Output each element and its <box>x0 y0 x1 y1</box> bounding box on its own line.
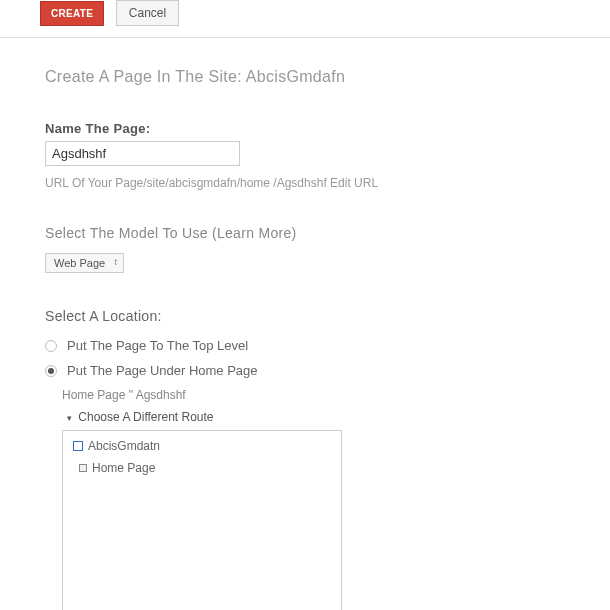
model-select[interactable]: Web Page <box>45 253 124 273</box>
radio-top-level[interactable] <box>45 340 57 352</box>
url-preview: URL Of Your Page/site/abcisgmdafn/home /… <box>45 176 570 190</box>
page-title: Create A Page In The Site: AbcisGmdafn <box>45 68 570 86</box>
name-label: Name The Page: <box>45 121 570 136</box>
edit-url-link[interactable]: Edit URL <box>330 176 378 190</box>
cancel-button[interactable]: Cancel <box>116 0 179 26</box>
url-prefix: URL Of Your Page/site/abcisgmdafn/home / <box>45 176 277 190</box>
model-label: Select The Model To Use (Learn More) <box>45 225 570 241</box>
radio-under-home[interactable] <box>45 365 57 377</box>
url-slug: Agsdhshf <box>277 176 327 190</box>
page-name-input[interactable] <box>45 141 240 166</box>
tree-site-node[interactable]: AbcisGmdatn <box>69 439 335 453</box>
radio-under-home-label: Put The Page Under Home Page <box>67 363 258 378</box>
tree-page-node[interactable]: Home Page <box>79 461 335 475</box>
tree-page-label: Home Page <box>92 461 155 475</box>
model-selected-value: Web Page <box>54 257 105 269</box>
choose-route-toggle[interactable]: Choose A Different Route <box>67 410 570 424</box>
location-tree: AbcisGmdatn Home Page <box>62 430 342 610</box>
radio-top-level-label: Put The Page To The Top Level <box>67 338 248 353</box>
tree-site-label: AbcisGmdatn <box>88 439 160 453</box>
page-icon <box>79 464 87 472</box>
location-label: Select A Location: <box>45 308 570 324</box>
breadcrumb: Home Page " Agsdhshf <box>62 388 570 402</box>
create-button[interactable]: CREATE <box>40 1 104 26</box>
choose-route-label: Choose A Different Route <box>78 410 213 424</box>
site-icon <box>73 441 83 451</box>
